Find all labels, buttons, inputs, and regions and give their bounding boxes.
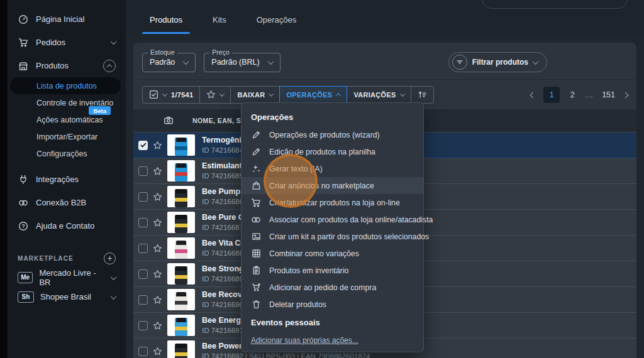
- row-checkbox[interactable]: [138, 347, 148, 356]
- product-thumbnail: [167, 160, 195, 182]
- search-bar-partial[interactable]: [482, 0, 628, 9]
- favorites-dropdown-button[interactable]: [199, 86, 231, 104]
- sort-button[interactable]: [411, 86, 434, 104]
- sidebar-item-mercado-livre[interactable]: Me Mercado Livre - BR: [8, 268, 126, 287]
- marketplace-item-label: Shopee Brasil: [40, 292, 91, 301]
- cart-plus-icon: [251, 283, 261, 292]
- menu-item-produtos-em-invent-rio[interactable]: Produtos em inventário: [242, 262, 423, 279]
- sidebar-item-pedidos[interactable]: Pedidos: [8, 31, 126, 54]
- menu-item-label: Deletar produtos: [269, 300, 326, 309]
- star-icon[interactable]: [153, 347, 162, 356]
- sidebar-item-label: Produtos: [36, 61, 69, 70]
- next-page-button[interactable]: [623, 93, 628, 97]
- star-icon[interactable]: [153, 321, 162, 330]
- help-icon: ?: [18, 221, 28, 231]
- page-button-2[interactable]: 2: [568, 90, 577, 99]
- sidebar-item-conexao-b2b[interactable]: Conexão B2B: [8, 191, 126, 214]
- tab-produtos[interactable]: Produtos: [135, 15, 197, 34]
- row-checkbox[interactable]: [138, 295, 148, 305]
- sidebar-subitem-label: Importar/Exportar: [36, 133, 97, 141]
- pencil-icon: [251, 130, 261, 139]
- tab-operacoes[interactable]: Operações: [242, 15, 312, 34]
- menu-item-criar-an-ncios-no-marketplace[interactable]: Criar anúncios no marketplace: [242, 177, 423, 194]
- row-checkbox[interactable]: [138, 141, 148, 150]
- product-thumbnail: [167, 134, 195, 156]
- sidebar-item-shopee-brasil[interactable]: Sh Shopee Brasil: [8, 287, 126, 306]
- menu-item-associar-com-produtos-da-loja-online-ataca[interactable]: Associar com produtos da loja online/ata…: [242, 211, 423, 228]
- trash-icon: [251, 300, 261, 309]
- menu-item-combinar-como-varia-es[interactable]: Combinar como variações: [242, 245, 423, 262]
- add-custom-actions-link[interactable]: Adicionar suas próprias ações...: [242, 332, 423, 347]
- sidebar-item-configuracoes[interactable]: Configurações: [8, 145, 126, 162]
- chevron-down-icon: [267, 58, 274, 65]
- bottle-cap: [176, 215, 186, 219]
- menu-item-gerar-texto-ia[interactable]: Gerar texto (IA): [242, 160, 423, 177]
- menu-item-label: Criar um kit a partir dos produtos selec…: [269, 232, 429, 241]
- chevron-up-circle-icon[interactable]: [103, 60, 116, 72]
- filter-products-button[interactable]: Filtrar produtos: [448, 52, 547, 72]
- estoque-select-value: Padrão: [150, 58, 175, 67]
- bottle-label-band: [175, 352, 187, 356]
- row-checkbox[interactable]: [138, 244, 148, 253]
- personal-events-title: Eventos pessoais: [242, 313, 423, 332]
- menu-item-label: Criar anúncios no marketplace: [269, 182, 374, 190]
- selection-dropdown-button[interactable]: 1/7541: [142, 86, 200, 104]
- page-button-151[interactable]: 151: [602, 90, 615, 99]
- star-icon[interactable]: [153, 269, 162, 279]
- sidebar-item-label: Ajuda e Contato: [36, 221, 94, 231]
- preco-select[interactable]: Preço Padrão (BRL): [204, 53, 280, 72]
- left-edge-strip: [0, 0, 8, 358]
- star-icon[interactable]: [153, 141, 162, 150]
- sidebar-item-pagina-inicial[interactable]: Página Inicial: [8, 8, 126, 31]
- clipboard-icon: [251, 266, 261, 275]
- row-checkbox[interactable]: [138, 166, 148, 176]
- plug-icon: [18, 175, 28, 185]
- operacoes-dropdown-button[interactable]: OPERAÇÕES: [279, 86, 347, 104]
- estoque-select[interactable]: Estoque Padrão: [142, 53, 196, 72]
- product-bottle-image: [175, 292, 187, 310]
- add-marketplace-button[interactable]: +: [104, 252, 116, 264]
- marketplace-section-header: MARKETPLACE +: [8, 249, 126, 268]
- menu-item-deletar-produtos[interactable]: Deletar produtos: [242, 296, 423, 313]
- sidebar-item-integracoes[interactable]: Integrações: [8, 168, 126, 191]
- menu-item-criar-atualizar-produtos-na-loja-on-line[interactable]: Criar/atualizar produtos na loja on-line: [242, 194, 423, 211]
- menu-item-edi-o-de-produtos-na-planilha[interactable]: Edição de produtos na planilha: [242, 143, 423, 160]
- star-icon[interactable]: [153, 218, 162, 227]
- sidebar-item-label: Pedidos: [36, 38, 65, 47]
- sidebar: Página Inicial Pedidos Produtos Lista de…: [8, 0, 126, 358]
- chevron-up-icon: [336, 93, 341, 98]
- star-icon[interactable]: [153, 244, 162, 253]
- menu-item-opera-es-de-produtos-wizard[interactable]: Operações de produtos (wizard): [242, 126, 423, 143]
- row-checkbox[interactable]: [138, 218, 148, 227]
- row-checkbox[interactable]: [138, 269, 148, 279]
- row-checkbox[interactable]: [138, 192, 148, 202]
- page-button-1[interactable]: 1: [543, 87, 560, 103]
- shopee-badge: Sh: [18, 291, 34, 303]
- preco-select-label: Preço: [209, 48, 231, 56]
- previous-page-button[interactable]: [531, 93, 535, 97]
- menu-item-label: Adicionar ao pedido de compra: [269, 283, 376, 292]
- product-bottle-image: [175, 241, 187, 259]
- product-bottle-image: [175, 163, 187, 182]
- sidebar-item-importar-exportar[interactable]: Importar/Exportar: [8, 128, 126, 145]
- variacoes-dropdown-button[interactable]: VARIAÇÕES: [347, 86, 411, 104]
- menu-item-label: Associar com produtos da loja online/ata…: [269, 215, 433, 224]
- star-icon[interactable]: [153, 295, 162, 305]
- row-checkbox[interactable]: [138, 321, 148, 330]
- tab-kits[interactable]: Kits: [197, 15, 242, 34]
- filter-row: Estoque Padrão Preço Padrão (BRL) Filtra…: [133, 43, 636, 80]
- tab-label: Kits: [213, 15, 226, 24]
- sidebar-item-produtos[interactable]: Produtos: [8, 54, 126, 77]
- sidebar-item-acoes-automaticas[interactable]: Beta Ações automáticas: [8, 111, 126, 128]
- baixar-dropdown-button[interactable]: BAIXAR: [230, 86, 280, 104]
- product-thumbnail: [167, 340, 195, 358]
- star-icon[interactable]: [153, 166, 162, 176]
- menu-item-criar-um-kit-a-partir-dos-produtos-selecio[interactable]: Criar um kit a partir dos produtos selec…: [242, 228, 423, 245]
- menu-item-adicionar-ao-pedido-de-compra[interactable]: Adicionar ao pedido de compra: [242, 279, 423, 296]
- menu-item-label: Produtos em inventário: [269, 266, 348, 275]
- sidebar-item-ajuda-e-contato[interactable]: ? Ajuda e Contato: [8, 214, 126, 237]
- star-icon[interactable]: [153, 192, 162, 202]
- sidebar-item-lista-de-produtos[interactable]: Lista de produtos: [10, 77, 121, 94]
- page-ellipsis: ...: [585, 90, 594, 99]
- camera-icon: [164, 116, 174, 126]
